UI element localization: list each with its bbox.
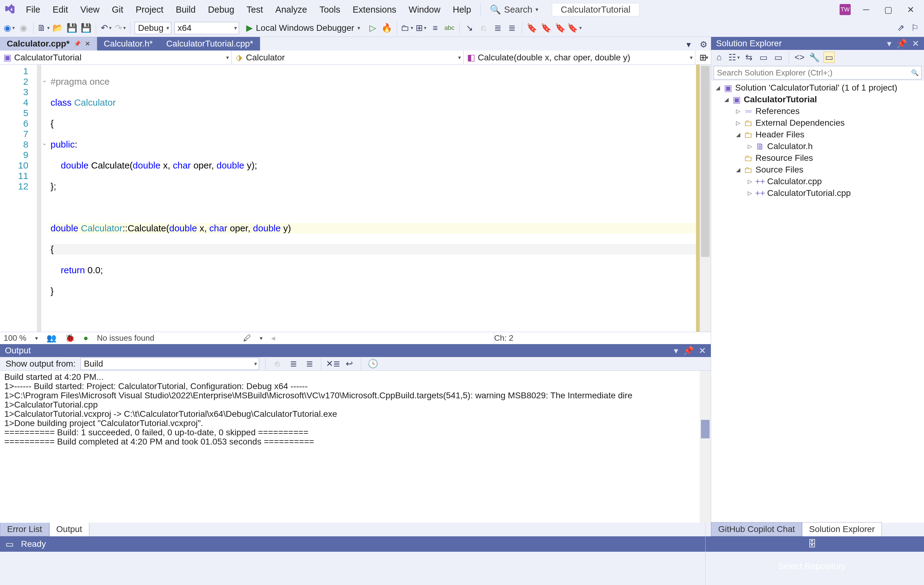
menu-extensions[interactable]: Extensions <box>348 3 401 16</box>
configuration-combo[interactable]: Debug <box>135 22 171 34</box>
nav-split-button[interactable]: ⊞ <box>695 51 711 64</box>
properties-button[interactable]: 🔧 <box>809 52 820 63</box>
undo-button[interactable]: ↶ <box>101 23 112 34</box>
tree-calculator-cpp[interactable]: ▷++ Calculator.cpp <box>711 176 924 187</box>
menu-tools[interactable]: Tools <box>315 3 345 16</box>
start-without-debugging-button[interactable]: ▷ <box>367 23 378 34</box>
show-all-button[interactable]: ▭ <box>773 52 784 63</box>
code-button[interactable]: <> <box>794 52 805 63</box>
live-share-button[interactable]: ⇗ <box>895 23 906 34</box>
tab-calculator-cpp[interactable]: Calculator.cpp* 📌 ✕ <box>0 37 97 51</box>
feedback-button[interactable]: ⚐ <box>909 23 920 34</box>
bookmark-button[interactable]: 🔖 <box>526 23 538 34</box>
pin-button[interactable]: 📌 <box>896 38 907 49</box>
menu-edit[interactable]: Edit <box>48 3 73 16</box>
select-repo-button[interactable]: Select Repository <box>778 561 846 571</box>
clock-button[interactable]: 🕓 <box>367 358 378 369</box>
solution-title[interactable]: CalculatorTutorial <box>552 3 639 16</box>
prev-button[interactable]: ≣ <box>288 358 299 369</box>
tab-error-list[interactable]: Error List <box>0 522 49 536</box>
output-text[interactable]: Build started at 4:20 PM... 1>------ Bui… <box>0 371 711 523</box>
nav-forward-button[interactable]: ◉ <box>18 23 29 34</box>
account-badge[interactable]: TW <box>840 4 851 15</box>
start-debugging-button[interactable]: ▶ Local Windows Debugger ▾ <box>242 22 364 34</box>
scroll-left-icon[interactable]: ◂ <box>271 333 275 343</box>
tree-tutorial-cpp[interactable]: ▷++ CalculatorTutorial.cpp <box>711 187 924 199</box>
switch-view-button[interactable]: ☷ <box>728 52 739 63</box>
se-search-input[interactable]: Search Solution Explorer (Ctrl+;) <box>714 66 922 79</box>
menu-project[interactable]: Project <box>130 3 168 16</box>
window-position-button[interactable]: ▾ <box>674 346 678 356</box>
files-button[interactable]: ≡ <box>430 23 441 34</box>
tab-calculator-h[interactable]: Calculator.h* <box>97 37 160 51</box>
close-panel-button[interactable]: ✕ <box>699 346 706 356</box>
browse-button[interactable]: 🗀 <box>401 23 412 34</box>
nav-backward-button[interactable]: ◉ <box>4 23 15 34</box>
tree-external[interactable]: ▷🗀 External Dependencies <box>711 117 924 129</box>
menu-help[interactable]: Help <box>448 3 476 16</box>
tree-project[interactable]: ◢▣ CalculatorTutorial <box>711 94 924 105</box>
output-icon[interactable]: ▭ <box>5 539 13 549</box>
search-menu[interactable]: 🔍 Search ▾ <box>485 3 543 16</box>
sync-button[interactable]: ⇆ <box>743 52 754 63</box>
code-editor[interactable]: 123456789101112 ⌄ ⌄ #pragma once class C… <box>0 65 711 332</box>
nav-member[interactable]: ◧ Calculate(double x, char oper, double … <box>464 51 695 64</box>
tab-output[interactable]: Output <box>49 522 89 536</box>
indent-button[interactable]: ≣ <box>492 23 503 34</box>
save-all-button[interactable]: 💾 <box>81 23 91 34</box>
nav-scope[interactable]: ▣ CalculatorTutorial <box>0 51 232 64</box>
collapse-button[interactable]: ▭ <box>758 52 769 63</box>
menu-window[interactable]: Window <box>404 3 445 16</box>
pin-button[interactable]: 📌 <box>683 346 694 356</box>
tab-settings-button[interactable]: ⚙ <box>698 39 709 50</box>
editor-scrollbar[interactable] <box>700 65 711 332</box>
step-button-1[interactable]: ↘ <box>464 23 475 34</box>
pin-icon[interactable]: 📌 <box>74 40 81 47</box>
menu-analyze[interactable]: Analyze <box>271 3 312 16</box>
users-icon[interactable]: 👥 <box>46 333 56 343</box>
nav-class[interactable]: ⬗ Calculator <box>232 51 464 64</box>
tree-headers[interactable]: ◢🗀 Header Files <box>711 129 924 140</box>
bug-icon[interactable]: 🐞 <box>65 333 75 343</box>
find-button[interactable]: ⎋ <box>272 358 283 369</box>
code-surface[interactable]: #pragma once class Calculator { public: … <box>49 65 696 332</box>
open-file-button[interactable]: 📂 <box>52 23 63 34</box>
preview-button[interactable]: ▭ <box>823 52 835 63</box>
save-button[interactable]: 💾 <box>66 23 78 34</box>
menu-build[interactable]: Build <box>171 3 201 16</box>
wrap-button[interactable]: ↩ <box>343 358 355 369</box>
close-panel-button[interactable]: ✕ <box>912 38 919 49</box>
tab-overflow-button[interactable]: ▾ <box>683 39 694 50</box>
tree-calculator-h[interactable]: ▷🗎 Calculator.h <box>711 140 924 152</box>
menu-test[interactable]: Test <box>242 3 268 16</box>
tree-sources[interactable]: ◢🗀 Source Files <box>711 164 924 176</box>
window-position-button[interactable]: ▾ <box>887 38 891 49</box>
brush-icon[interactable]: 🖊 <box>243 333 251 343</box>
step-button-2[interactable]: ⎌ <box>478 23 489 34</box>
output-scrollbar[interactable] <box>700 371 711 523</box>
home-button[interactable]: ⌂ <box>714 52 725 63</box>
redo-button[interactable]: ↷ <box>115 23 126 34</box>
tree-solution[interactable]: ◢▣ Solution 'CalculatorTutorial' (1 of 1… <box>711 82 924 94</box>
close-button[interactable]: ✕ <box>904 3 917 16</box>
output-source-combo[interactable]: Build <box>81 358 259 370</box>
menu-view[interactable]: View <box>76 3 104 16</box>
hot-reload-button[interactable]: 🔥 <box>381 23 393 34</box>
issues-label[interactable]: No issues found <box>97 333 154 343</box>
menu-file[interactable]: File <box>21 3 45 16</box>
add-source-control-button[interactable]: Add to Source Control <box>770 498 855 508</box>
tree-references[interactable]: ▷▫▫ References <box>711 105 924 117</box>
tab-tutorial-cpp[interactable]: CalculatorTutorial.cpp* <box>160 37 260 51</box>
tree-resources[interactable]: 🗀 Resource Files <box>711 152 924 164</box>
clear-bookmark-button[interactable]: 🔖 <box>569 23 580 34</box>
abc-button[interactable]: abc <box>444 23 455 34</box>
minimize-button[interactable]: ─ <box>859 3 873 16</box>
col-indicator[interactable]: Ch: 2 <box>494 333 707 343</box>
outdent-button[interactable]: ≣ <box>507 23 518 34</box>
clear-button[interactable]: ✕≣ <box>328 358 338 369</box>
close-icon[interactable]: ✕ <box>85 40 90 48</box>
prev-bookmark-button[interactable]: 🔖 <box>541 23 552 34</box>
maximize-button[interactable]: ▢ <box>881 3 895 16</box>
zoom-level[interactable]: 100 % <box>4 333 26 343</box>
next-button[interactable]: ≣ <box>304 358 315 369</box>
